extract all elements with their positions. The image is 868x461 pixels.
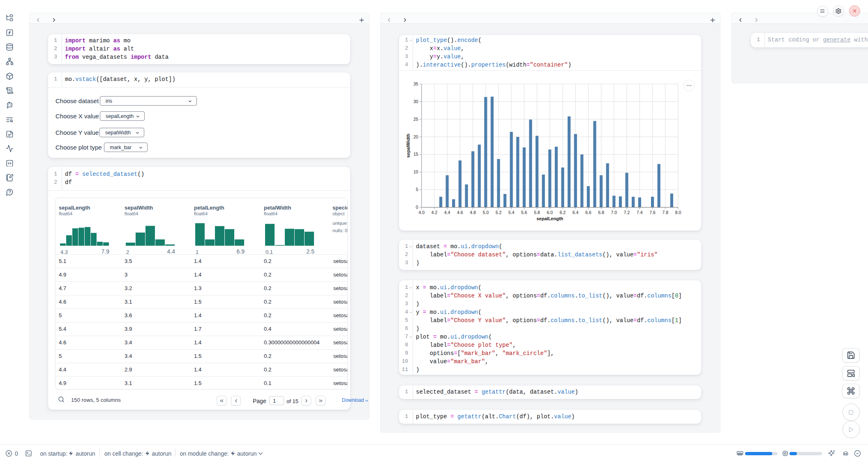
svg-text:5.6: 5.6 <box>521 210 527 215</box>
svg-text:5.8: 5.8 <box>534 210 540 215</box>
svg-text:4.8: 4.8 <box>470 210 476 215</box>
svg-text:8.0: 8.0 <box>675 210 681 215</box>
svg-text:6.2: 6.2 <box>560 210 566 215</box>
svg-text:7.0: 7.0 <box>611 210 617 215</box>
svg-text:10: 10 <box>413 169 418 174</box>
svg-text:25: 25 <box>413 117 418 122</box>
svg-text:4.2: 4.2 <box>432 210 438 215</box>
svg-text:4.4: 4.4 <box>444 210 450 215</box>
svg-text:7.4: 7.4 <box>637 210 643 215</box>
svg-text:35: 35 <box>413 81 418 86</box>
svg-text:6.6: 6.6 <box>585 210 591 215</box>
svg-text:7.6: 7.6 <box>649 210 656 215</box>
svg-text:7.8: 7.8 <box>662 210 668 215</box>
svg-text:6.0: 6.0 <box>547 210 553 215</box>
svg-text:6.4: 6.4 <box>573 210 579 215</box>
svg-text:5.2: 5.2 <box>496 210 502 215</box>
svg-text:7.2: 7.2 <box>624 210 630 215</box>
svg-text:5.0: 5.0 <box>482 210 489 215</box>
svg-text:sepalLength: sepalLength <box>537 216 563 221</box>
svg-text:5: 5 <box>416 187 418 192</box>
svg-text:15: 15 <box>413 152 418 157</box>
svg-text:20: 20 <box>413 134 418 139</box>
svg-text:sepalWidth: sepalWidth <box>406 134 411 158</box>
svg-text:4.6: 4.6 <box>457 210 463 215</box>
svg-text:4.0: 4.0 <box>418 210 425 215</box>
svg-text:5.4: 5.4 <box>508 210 515 215</box>
svg-text:30: 30 <box>413 99 418 104</box>
svg-text:6.8: 6.8 <box>598 210 604 215</box>
svg-text:0: 0 <box>416 205 418 210</box>
